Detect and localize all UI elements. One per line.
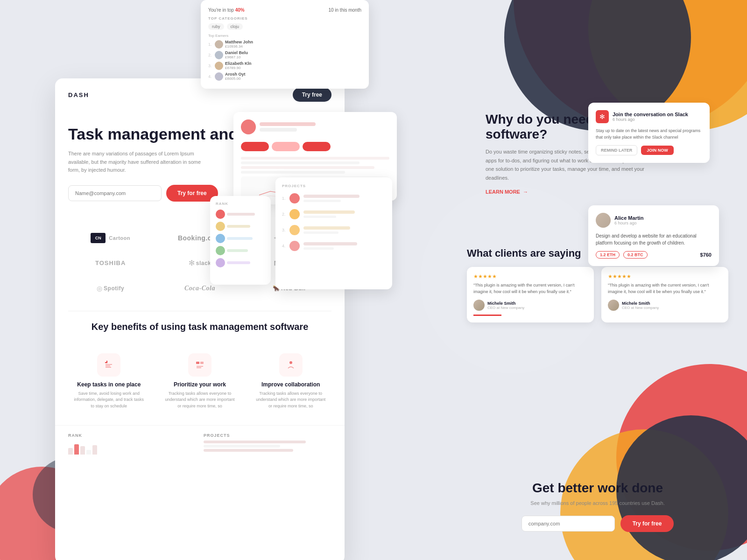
earner-avatar-2: [215, 51, 223, 59]
testimonial-text-1: "This plugin is amazing with the current…: [473, 282, 587, 295]
cta-row: Try for free: [467, 515, 728, 532]
task-price: $760: [700, 252, 712, 258]
earners-header: Top Earners: [208, 34, 361, 38]
earner-avatar-1: [215, 40, 223, 49]
arrow-right-icon: →: [523, 189, 528, 195]
bottom-rank-section: RANK PROJECTS: [55, 425, 345, 462]
benefit-3-icon: [279, 353, 303, 377]
nav-try-free-button[interactable]: Try free: [293, 88, 331, 102]
benefit-2: Prioritize your work Tracking tasks allo…: [159, 347, 241, 416]
learn-more-link[interactable]: LEARN MORE →: [486, 189, 710, 195]
project-list-card: PROJECTS 1. 2. 3. 4.: [275, 177, 392, 289]
benefits-grid: Keep tasks in one place Save time, avoid…: [68, 347, 331, 416]
cn-text: CN: [95, 236, 101, 240]
benefits-section: Key benefits of using task management so…: [55, 311, 345, 426]
email-input[interactable]: [68, 185, 162, 201]
testimonials-grid: ★★★★★ "This plugin is amazing with the c…: [467, 267, 728, 322]
join-now-button[interactable]: JOIN NOW: [641, 146, 674, 155]
rank-label: RANK: [216, 202, 265, 206]
task-card: Alice Martin 6 hours ago Design and deve…: [588, 205, 719, 266]
earner-3: 3. Elizabeth Kln £6789.90: [208, 61, 361, 70]
testimonial-user-1: Michele Smith CEO at New company: [473, 300, 587, 311]
cta-try-for-free-button[interactable]: Try for free: [620, 515, 674, 532]
notif-time: 6 hours ago: [613, 117, 688, 122]
top-categories-label: TOP CATEGORIES: [208, 16, 361, 21]
testimonial-text-2: "This plugin is amazing with the current…: [608, 282, 722, 295]
testimonial-role-2: CEO at New company: [622, 306, 659, 310]
benefit-2-desc: Tracking tasks allows everyone to unders…: [164, 391, 236, 410]
task-user-time: 6 hours ago: [614, 221, 643, 225]
task-user-row: Alice Martin 6 hours ago: [596, 213, 712, 228]
earner-amount-3: £6789.90: [225, 66, 252, 70]
benefit-1: Keep tasks in one place Save time, avoid…: [68, 347, 150, 416]
slack-brand-icon: ✻: [596, 110, 609, 123]
benefit-1-title: Keep tasks in one place: [73, 381, 145, 388]
learn-more-text: LEARN MORE: [486, 189, 520, 195]
top-widget: You're in top 40% 10 in this month TOP C…: [201, 0, 369, 89]
task-avatar: [596, 213, 611, 228]
benefit-3: Improve collaboration Tracking tasks all…: [250, 347, 331, 416]
benefit-3-desc: Tracking tasks allows everyone to unders…: [254, 391, 327, 410]
earner-2: 2. Daniel Belu £9687.10: [208, 50, 361, 59]
earner-avatar-4: [215, 72, 223, 81]
earner-avatar-3: [215, 62, 223, 70]
testimonial-name-2: Michele Smith: [622, 301, 659, 306]
notification-card: ✻ Join the conversation on Slack 6 hours…: [588, 103, 710, 163]
earner-4: 4. Arosh Oyt £6005.00: [208, 72, 361, 81]
cta-title: Get better work done: [467, 481, 728, 496]
earners-list: 1. Matthew John £10936.34 2. Daniel Belu…: [208, 40, 361, 81]
project-label: PROJECTS: [282, 184, 386, 188]
notif-actions: REMIND LATER JOIN NOW: [596, 145, 702, 155]
testimonial-user-2: Michele Smith CEO at New company: [608, 300, 722, 311]
svg-point-16: [289, 361, 292, 364]
testimonial-avatar-1: [473, 300, 485, 311]
task-tags: 1.2 ETH 0.2 BTC $760: [596, 251, 712, 259]
toshiba-label: TOSHIBA: [95, 259, 126, 266]
tag-eth: 1.2 ETH: [596, 251, 620, 259]
cocacola-label: Coca-Cola: [184, 285, 215, 292]
rank-col: RANK: [68, 433, 196, 455]
earner-amount-1: £10936.34: [225, 44, 253, 49]
testimonial-name-1: Michele Smith: [487, 301, 524, 306]
remind-later-button[interactable]: REMIND LATER: [596, 145, 637, 155]
benefit-3-title: Improve collaboration: [254, 381, 327, 388]
svg-rect-13: [200, 362, 204, 364]
earner-1: 1. Matthew John £10936.34: [208, 40, 361, 49]
hero-description: There are many variations of passages of…: [68, 150, 213, 175]
widget-percent: 40%: [235, 7, 245, 13]
notif-body: Stay up to date on the latest news and s…: [596, 128, 702, 140]
earner-name-2: Daniel Belu: [225, 50, 248, 55]
rank-card: RANK: [210, 196, 271, 285]
earner-name-3: Elizabeth Kln: [225, 61, 252, 66]
svg-rect-12: [196, 362, 199, 364]
spotify-icon: ◎: [97, 285, 102, 292]
cat-tag-2: cloju: [227, 23, 243, 30]
mock-lines: [260, 120, 389, 133]
cat-tag-1: ruby: [208, 23, 224, 30]
mock-profile-icon: [241, 119, 256, 134]
category-tags: ruby cloju: [208, 23, 361, 30]
bottom-cta-section: Get better work done See why millions of…: [467, 481, 728, 532]
cn-box-icon: CN: [91, 233, 106, 243]
slack-icon: ✻: [189, 259, 195, 267]
testimonial-underline-1: [473, 315, 501, 316]
stars-1: ★★★★★: [473, 273, 587, 280]
testimonial-1: ★★★★★ "This plugin is amazing with the c…: [467, 267, 594, 322]
benefits-title: Key benefits of using task management so…: [68, 321, 331, 333]
earner-name-1: Matthew John: [225, 40, 253, 44]
projects-col-label: PROJECTS: [204, 433, 331, 438]
cn-label: Cartoon: [109, 235, 130, 241]
slack-label: slack: [196, 260, 211, 266]
task-user-name: Alice Martin: [614, 215, 643, 221]
notif-title: Join the conversation on Slack: [613, 112, 688, 117]
testimonial-avatar-2: [608, 300, 619, 311]
widget-month: 10 in this month: [328, 7, 361, 13]
cta-email-input[interactable]: [521, 516, 615, 532]
widget-top-text: You're in top 40%: [208, 7, 245, 13]
earner-amount-4: £6005.00: [225, 77, 246, 81]
stars-2: ★★★★★: [608, 273, 722, 280]
notif-header: ✻ Join the conversation on Slack 6 hours…: [596, 110, 702, 123]
earner-amount-2: £9687.10: [225, 55, 248, 59]
projects-col: PROJECTS: [204, 433, 331, 455]
cta-description: See why millions of people across 195 co…: [467, 500, 728, 506]
